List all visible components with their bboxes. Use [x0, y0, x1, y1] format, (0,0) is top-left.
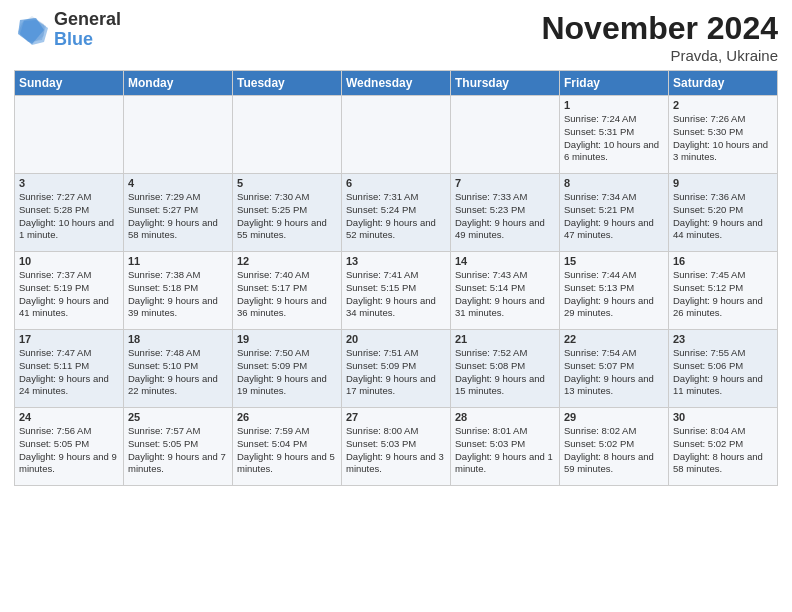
day-cell: 17Sunrise: 7:47 AM Sunset: 5:11 PM Dayli…	[15, 330, 124, 408]
page-title: November 2024	[541, 10, 778, 47]
day-cell: 30Sunrise: 8:04 AM Sunset: 5:02 PM Dayli…	[669, 408, 778, 486]
day-cell: 27Sunrise: 8:00 AM Sunset: 5:03 PM Dayli…	[342, 408, 451, 486]
day-info: Sunrise: 8:02 AM Sunset: 5:02 PM Dayligh…	[564, 425, 664, 476]
day-cell: 28Sunrise: 8:01 AM Sunset: 5:03 PM Dayli…	[451, 408, 560, 486]
header: General Blue November 2024 Pravda, Ukrai…	[14, 10, 778, 64]
day-cell: 24Sunrise: 7:56 AM Sunset: 5:05 PM Dayli…	[15, 408, 124, 486]
day-info: Sunrise: 7:51 AM Sunset: 5:09 PM Dayligh…	[346, 347, 446, 398]
day-number: 16	[673, 255, 773, 267]
day-info: Sunrise: 7:47 AM Sunset: 5:11 PM Dayligh…	[19, 347, 119, 398]
week-row-3: 10Sunrise: 7:37 AM Sunset: 5:19 PM Dayli…	[15, 252, 778, 330]
day-info: Sunrise: 7:52 AM Sunset: 5:08 PM Dayligh…	[455, 347, 555, 398]
day-cell: 1Sunrise: 7:24 AM Sunset: 5:31 PM Daylig…	[560, 96, 669, 174]
day-cell: 5Sunrise: 7:30 AM Sunset: 5:25 PM Daylig…	[233, 174, 342, 252]
day-info: Sunrise: 7:36 AM Sunset: 5:20 PM Dayligh…	[673, 191, 773, 242]
day-number: 19	[237, 333, 337, 345]
day-info: Sunrise: 7:48 AM Sunset: 5:10 PM Dayligh…	[128, 347, 228, 398]
day-number: 3	[19, 177, 119, 189]
day-number: 23	[673, 333, 773, 345]
day-cell: 22Sunrise: 7:54 AM Sunset: 5:07 PM Dayli…	[560, 330, 669, 408]
day-cell: 6Sunrise: 7:31 AM Sunset: 5:24 PM Daylig…	[342, 174, 451, 252]
day-number: 25	[128, 411, 228, 423]
col-header-friday: Friday	[560, 71, 669, 96]
day-cell: 9Sunrise: 7:36 AM Sunset: 5:20 PM Daylig…	[669, 174, 778, 252]
logo: General Blue	[14, 10, 121, 50]
day-info: Sunrise: 7:34 AM Sunset: 5:21 PM Dayligh…	[564, 191, 664, 242]
calendar-body: 1Sunrise: 7:24 AM Sunset: 5:31 PM Daylig…	[15, 96, 778, 486]
day-number: 24	[19, 411, 119, 423]
day-info: Sunrise: 7:29 AM Sunset: 5:27 PM Dayligh…	[128, 191, 228, 242]
logo-text: General Blue	[54, 10, 121, 50]
day-cell: 13Sunrise: 7:41 AM Sunset: 5:15 PM Dayli…	[342, 252, 451, 330]
day-cell: 18Sunrise: 7:48 AM Sunset: 5:10 PM Dayli…	[124, 330, 233, 408]
day-number: 2	[673, 99, 773, 111]
day-cell: 16Sunrise: 7:45 AM Sunset: 5:12 PM Dayli…	[669, 252, 778, 330]
day-cell: 7Sunrise: 7:33 AM Sunset: 5:23 PM Daylig…	[451, 174, 560, 252]
day-info: Sunrise: 7:56 AM Sunset: 5:05 PM Dayligh…	[19, 425, 119, 476]
week-row-5: 24Sunrise: 7:56 AM Sunset: 5:05 PM Dayli…	[15, 408, 778, 486]
day-cell: 4Sunrise: 7:29 AM Sunset: 5:27 PM Daylig…	[124, 174, 233, 252]
day-info: Sunrise: 8:04 AM Sunset: 5:02 PM Dayligh…	[673, 425, 773, 476]
day-number: 8	[564, 177, 664, 189]
day-info: Sunrise: 7:37 AM Sunset: 5:19 PM Dayligh…	[19, 269, 119, 320]
day-number: 10	[19, 255, 119, 267]
day-number: 20	[346, 333, 446, 345]
col-header-tuesday: Tuesday	[233, 71, 342, 96]
day-number: 14	[455, 255, 555, 267]
day-number: 29	[564, 411, 664, 423]
day-info: Sunrise: 7:31 AM Sunset: 5:24 PM Dayligh…	[346, 191, 446, 242]
day-number: 5	[237, 177, 337, 189]
day-number: 11	[128, 255, 228, 267]
day-cell: 23Sunrise: 7:55 AM Sunset: 5:06 PM Dayli…	[669, 330, 778, 408]
day-number: 13	[346, 255, 446, 267]
day-info: Sunrise: 7:38 AM Sunset: 5:18 PM Dayligh…	[128, 269, 228, 320]
day-cell: 25Sunrise: 7:57 AM Sunset: 5:05 PM Dayli…	[124, 408, 233, 486]
day-number: 26	[237, 411, 337, 423]
logo-general: General	[54, 10, 121, 30]
day-cell: 14Sunrise: 7:43 AM Sunset: 5:14 PM Dayli…	[451, 252, 560, 330]
day-number: 28	[455, 411, 555, 423]
calendar: SundayMondayTuesdayWednesdayThursdayFrid…	[14, 70, 778, 486]
day-cell	[342, 96, 451, 174]
day-cell: 26Sunrise: 7:59 AM Sunset: 5:04 PM Dayli…	[233, 408, 342, 486]
day-number: 18	[128, 333, 228, 345]
day-number: 7	[455, 177, 555, 189]
day-number: 9	[673, 177, 773, 189]
day-number: 30	[673, 411, 773, 423]
day-cell: 15Sunrise: 7:44 AM Sunset: 5:13 PM Dayli…	[560, 252, 669, 330]
day-number: 21	[455, 333, 555, 345]
day-info: Sunrise: 7:24 AM Sunset: 5:31 PM Dayligh…	[564, 113, 664, 164]
day-cell: 2Sunrise: 7:26 AM Sunset: 5:30 PM Daylig…	[669, 96, 778, 174]
day-cell: 11Sunrise: 7:38 AM Sunset: 5:18 PM Dayli…	[124, 252, 233, 330]
day-cell: 3Sunrise: 7:27 AM Sunset: 5:28 PM Daylig…	[15, 174, 124, 252]
day-info: Sunrise: 7:57 AM Sunset: 5:05 PM Dayligh…	[128, 425, 228, 476]
week-row-1: 1Sunrise: 7:24 AM Sunset: 5:31 PM Daylig…	[15, 96, 778, 174]
day-cell	[124, 96, 233, 174]
logo-blue: Blue	[54, 30, 121, 50]
logo-icon	[14, 12, 50, 48]
day-info: Sunrise: 7:43 AM Sunset: 5:14 PM Dayligh…	[455, 269, 555, 320]
calendar-header: SundayMondayTuesdayWednesdayThursdayFrid…	[15, 71, 778, 96]
page: General Blue November 2024 Pravda, Ukrai…	[0, 0, 792, 612]
col-header-saturday: Saturday	[669, 71, 778, 96]
day-cell: 10Sunrise: 7:37 AM Sunset: 5:19 PM Dayli…	[15, 252, 124, 330]
day-number: 4	[128, 177, 228, 189]
day-cell: 29Sunrise: 8:02 AM Sunset: 5:02 PM Dayli…	[560, 408, 669, 486]
day-info: Sunrise: 7:41 AM Sunset: 5:15 PM Dayligh…	[346, 269, 446, 320]
day-info: Sunrise: 8:00 AM Sunset: 5:03 PM Dayligh…	[346, 425, 446, 476]
day-info: Sunrise: 7:26 AM Sunset: 5:30 PM Dayligh…	[673, 113, 773, 164]
col-header-monday: Monday	[124, 71, 233, 96]
col-header-thursday: Thursday	[451, 71, 560, 96]
day-cell: 8Sunrise: 7:34 AM Sunset: 5:21 PM Daylig…	[560, 174, 669, 252]
day-number: 15	[564, 255, 664, 267]
day-info: Sunrise: 7:59 AM Sunset: 5:04 PM Dayligh…	[237, 425, 337, 476]
day-info: Sunrise: 8:01 AM Sunset: 5:03 PM Dayligh…	[455, 425, 555, 476]
header-row: SundayMondayTuesdayWednesdayThursdayFrid…	[15, 71, 778, 96]
day-info: Sunrise: 7:50 AM Sunset: 5:09 PM Dayligh…	[237, 347, 337, 398]
day-number: 17	[19, 333, 119, 345]
day-info: Sunrise: 7:40 AM Sunset: 5:17 PM Dayligh…	[237, 269, 337, 320]
day-cell: 12Sunrise: 7:40 AM Sunset: 5:17 PM Dayli…	[233, 252, 342, 330]
day-cell	[451, 96, 560, 174]
title-block: November 2024 Pravda, Ukraine	[541, 10, 778, 64]
day-info: Sunrise: 7:33 AM Sunset: 5:23 PM Dayligh…	[455, 191, 555, 242]
